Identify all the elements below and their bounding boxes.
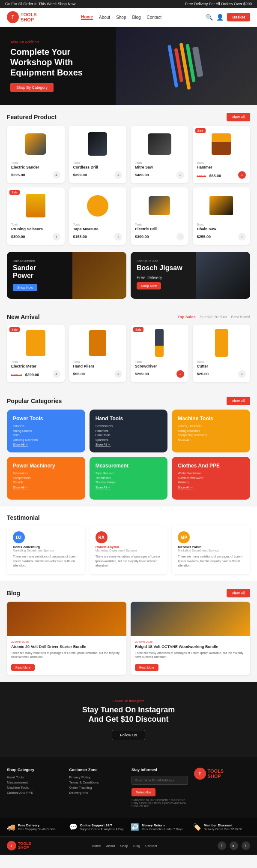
category-power-tools[interactable]: Power Tools GrindersMilling CuttersDrill… (7, 410, 85, 452)
tab-special-product[interactable]: Special Product (200, 315, 227, 319)
add-to-cart-button[interactable]: + (53, 370, 60, 378)
footer-bottom-nav-blog[interactable]: Blog (133, 844, 140, 848)
footer-social: f in t (218, 841, 250, 850)
footer-badge-text: Back Guarantee Under 7 Days (142, 827, 182, 831)
avatar: MP (178, 531, 190, 543)
nav-contact[interactable]: Contact (147, 15, 161, 20)
testimonial-role: Marketing Department Sponsor (96, 549, 162, 552)
product-image (73, 329, 123, 357)
product-price-row: $399.00 + (135, 233, 184, 241)
hero-image (116, 27, 257, 105)
add-to-cart-button[interactable]: + (53, 171, 60, 179)
promo-shop-button[interactable]: Shop Now (137, 282, 161, 289)
footer-col-title: Customer Zone (69, 768, 126, 772)
footer-bottom-nav-shop[interactable]: Shop (120, 844, 128, 848)
category-items: Lathes, HammersMilling MachinesSharpenin… (178, 424, 244, 438)
search-icon[interactable]: 🔍 (206, 14, 213, 21)
footer-bottom-nav-home[interactable]: Home (92, 844, 101, 848)
screwdriver-icon (155, 329, 164, 357)
product-price-row: $399.00 + (73, 171, 123, 179)
basket-button[interactable]: Basket (227, 13, 250, 21)
footer-very-bottom: T TOOLSSHOP Home About Shop Blog Contact… (0, 836, 257, 855)
add-to-cart-button[interactable]: + (238, 171, 246, 179)
footer-link-order-tracking[interactable]: Order Tracking (69, 786, 126, 790)
blog-view-all[interactable]: View All (227, 589, 250, 597)
nav-blog[interactable]: Blog (132, 15, 140, 20)
read-more-button[interactable]: Read More (11, 664, 35, 671)
footer-link-measurement[interactable]: Measurement (7, 781, 63, 784)
category-hand-tools[interactable]: Hand Tools ScrewdriversHammersHand Tools… (90, 410, 168, 452)
testimonial-name: Mehmet Parliz (178, 545, 244, 549)
product-badge: Sale (133, 327, 143, 332)
nav-home[interactable]: Home (81, 15, 93, 20)
category-show-all[interactable]: Show All → (96, 486, 162, 489)
truck-icon: 🚚 (7, 823, 15, 831)
category-machine-tools[interactable]: Machine Tools Lathes, HammersMilling Mac… (172, 410, 250, 452)
footer-badges: 🚚 Free Delivery Free Shipping On All Ord… (0, 818, 257, 836)
product-price: $25.00 (197, 372, 209, 376)
product-price-row: $485.00 + (135, 171, 184, 179)
category-show-all[interactable]: Show All → (96, 443, 162, 446)
user-icon[interactable]: 👤 (216, 14, 224, 21)
popular-categories-section: Popular Categories View All Power Tools … (0, 389, 257, 506)
add-to-cart-button[interactable]: + (176, 171, 184, 179)
read-more-button[interactable]: Read More (135, 664, 158, 671)
add-to-cart-button[interactable]: + (114, 171, 122, 179)
footer-link-clothes-ppe[interactable]: Clothes And PPE (7, 791, 63, 795)
category-show-all[interactable]: Show All → (178, 439, 244, 442)
category-show-all[interactable]: Show All → (13, 443, 79, 446)
footer-link-privacy[interactable]: Privacy Policy (69, 775, 126, 779)
footer-link-delivery[interactable]: Delivery Info (69, 791, 126, 795)
category-title: Power Tools (13, 416, 79, 422)
add-to-cart-button[interactable]: + (114, 370, 122, 378)
add-to-cart-button[interactable]: + (114, 233, 122, 241)
add-to-cart-button[interactable]: + (238, 233, 246, 241)
category-show-all[interactable]: Show All → (178, 486, 244, 489)
newsletter-note: Subscribe To Our Newsletter To Receive E… (131, 799, 188, 808)
product-name: Tape Measure (73, 227, 123, 231)
linkedin-icon[interactable]: in (230, 841, 238, 850)
arrival-tabs: Top Sales Special Product Best Rated (178, 315, 250, 319)
footer-bottom-nav-contact[interactable]: Contact (145, 844, 157, 848)
product-price: $399.00 (73, 173, 87, 177)
footer-link-terms[interactable]: Terms & Conditions (69, 781, 126, 784)
footer-link-hand-tools[interactable]: Hand Tools (7, 775, 63, 779)
category-show-all[interactable]: Show All → (13, 486, 79, 489)
twitter-icon[interactable]: t (242, 841, 250, 850)
promo-shop-button[interactable]: Shop Now (13, 284, 37, 291)
hero-cta-button[interactable]: Shop By Category (10, 83, 54, 92)
product-card: Sale Tools Hammer $58.00 $55.00 + (193, 126, 251, 183)
categories-view-all[interactable]: View All (227, 397, 250, 405)
add-to-cart-button[interactable]: + (238, 370, 246, 378)
subscribe-button[interactable]: Subscribe (131, 788, 155, 796)
footer-bottom-nav-about[interactable]: About (106, 844, 115, 848)
facebook-icon[interactable]: f (218, 841, 226, 850)
scissors-icon (26, 194, 45, 217)
instagram-banner: Follow On Instagram Stay Tuned On Instag… (0, 682, 257, 757)
nav-about[interactable]: About (99, 15, 110, 20)
logo[interactable]: T TOOLSSHOP (7, 11, 37, 23)
add-to-cart-button[interactable]: + (53, 233, 60, 241)
instagram-follow-button[interactable]: Follow Us (112, 730, 145, 740)
category-items: GrindersMilling CuttersDrillsGrinding Ma… (13, 424, 79, 442)
hero-tag: Take An Addition (10, 40, 83, 44)
footer-logo-icon: T (194, 768, 206, 780)
testimonial-role: Marketing Department Sponsor (178, 549, 244, 552)
featured-products-section: Featured Product View All Tools Electric… (0, 105, 257, 252)
blog-section: Blog View All 22 APR 2025 Atomic 20-Volt… (0, 581, 257, 682)
footer-link-machine-tools[interactable]: Machine Tools (7, 786, 63, 790)
category-measurement[interactable]: Measurement Tape MeasureTheodolitesTherm… (90, 457, 168, 500)
newsletter-email-input[interactable] (131, 776, 188, 785)
testimonial-card: RA Robert Anyton Marketing Department Sp… (90, 525, 168, 574)
product-category: Tools (197, 223, 246, 226)
category-power-machinery[interactable]: Power Machinery GeneratorsCompressorsSte… (7, 457, 85, 500)
featured-view-all[interactable]: View All (227, 113, 250, 121)
category-clothes-ppe[interactable]: Clothes And PPE Winter WorkwearSummer Wo… (172, 457, 250, 500)
tab-top-sales[interactable]: Top Sales (178, 315, 196, 319)
add-to-cart-button[interactable]: + (176, 370, 184, 378)
blog-image (7, 602, 126, 636)
product-category: Tools (135, 360, 184, 363)
add-to-cart-button[interactable]: + (176, 233, 184, 241)
nav-shop[interactable]: Shop (116, 15, 126, 20)
tab-best-rated[interactable]: Best Rated (231, 315, 250, 319)
